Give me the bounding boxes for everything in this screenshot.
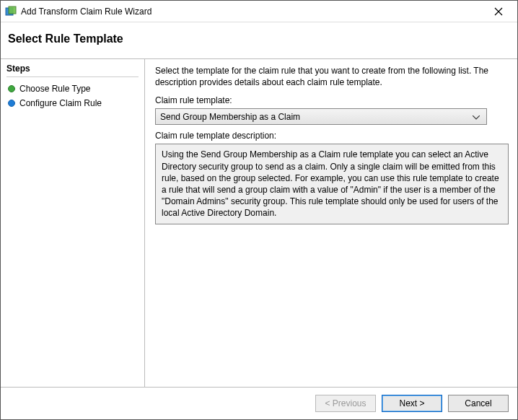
titlebar: Add Transform Claim Rule Wizard — [1, 1, 517, 22]
steps-heading: Steps — [6, 62, 139, 77]
next-button[interactable]: Next > — [382, 395, 442, 412]
claim-rule-template-select[interactable]: Send Group Membership as a Claim — [155, 108, 487, 125]
wizard-footer: < Previous Next > Cancel — [1, 387, 517, 419]
template-label: Claim rule template: — [155, 95, 507, 105]
app-icon — [5, 6, 17, 17]
main-panel: Select the template for the claim rule t… — [145, 59, 517, 387]
close-icon — [494, 7, 503, 16]
page-header: Select Rule Template — [1, 22, 517, 59]
step-label: Choose Rule Type — [19, 84, 91, 94]
step-done-icon — [8, 85, 15, 92]
step-current-icon — [8, 100, 15, 107]
step-label: Configure Claim Rule — [19, 98, 102, 108]
steps-sidebar: Steps Choose Rule Type Configure Claim R… — [1, 59, 145, 387]
description-label: Claim rule template description: — [155, 131, 507, 141]
window-title: Add Transform Claim Rule Wizard — [21, 6, 484, 17]
chevron-down-icon — [470, 112, 482, 122]
previous-button: < Previous — [315, 395, 376, 412]
svg-rect-1 — [9, 6, 16, 14]
page-title: Select Rule Template — [8, 32, 510, 45]
step-choose-rule-type[interactable]: Choose Rule Type — [6, 82, 139, 96]
body: Steps Choose Rule Type Configure Claim R… — [1, 59, 517, 387]
select-value: Send Group Membership as a Claim — [160, 112, 470, 122]
step-configure-claim-rule[interactable]: Configure Claim Rule — [6, 96, 139, 110]
instruction-text: Select the template for the claim rule t… — [155, 65, 507, 88]
wizard-window: Add Transform Claim Rule Wizard Select R… — [0, 0, 518, 420]
cancel-button[interactable]: Cancel — [448, 395, 509, 412]
close-button[interactable] — [484, 1, 513, 22]
template-description: Using the Send Group Membership as a Cla… — [155, 144, 509, 224]
